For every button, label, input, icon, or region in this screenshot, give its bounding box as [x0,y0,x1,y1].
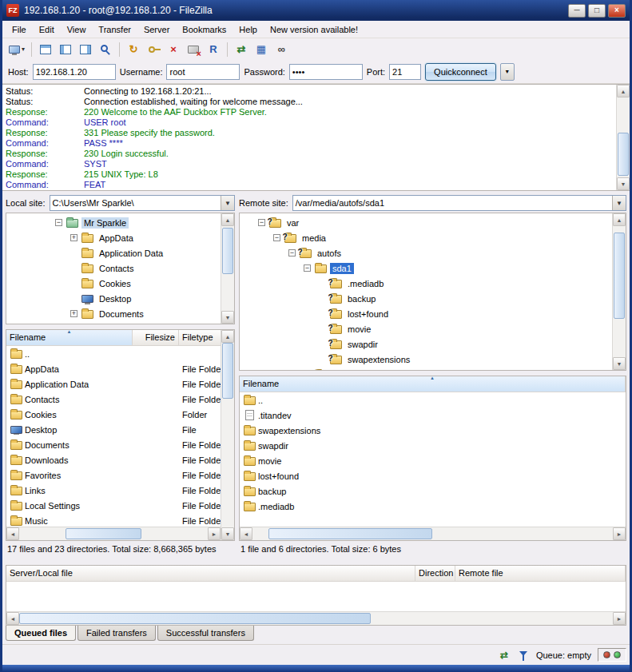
tree-item-swapextensions[interactable]: ?swapextensions [240,352,610,367]
vertical-scrollbar[interactable]: ▲▼ [612,213,626,370]
tree-item-cookies[interactable]: Cookies [6,276,218,291]
local-site-combo[interactable]: C:\Users\Mr Sparkle\ ▼ [50,195,235,211]
maximize-button[interactable]: □ [588,4,606,18]
tree-item-lost-found[interactable]: ?lost+found [240,306,610,321]
menu-item-bookmarks[interactable]: Bookmarks [176,22,233,37]
tree-item-desktop[interactable]: Desktop [6,291,218,306]
menu-item-edit[interactable]: Edit [33,22,61,37]
file-row-movie[interactable]: movie [240,453,626,468]
tree-item-autofs[interactable]: −?autofs [240,245,610,260]
toggle-message-log-button[interactable] [36,41,55,58]
close-button[interactable]: × [608,4,626,18]
scroll-up-button[interactable]: ▲ [221,213,234,226]
menu-item-new-version-available[interactable]: New version available! [264,22,364,37]
menu-item-transfer[interactable]: Transfer [92,22,137,37]
scrollbar-thumb[interactable] [618,133,629,176]
column-header-server-local-file[interactable]: Server/Local file [6,566,415,581]
scroll-down-button[interactable]: ▼ [221,311,234,324]
file-row-documents[interactable]: DocumentsFile Folder [6,437,234,452]
tree-item-mediadb[interactable]: ?.mediadb [240,276,610,291]
collapse-icon[interactable]: − [55,219,62,226]
collapse-icon[interactable]: − [304,264,311,272]
scroll-left-button[interactable]: ◄ [6,612,19,625]
remote-site-dropdown-icon[interactable]: ▼ [612,196,626,210]
expand-icon[interactable]: + [70,234,78,241]
cancel-button[interactable]: × [164,41,183,58]
file-row-downloads[interactable]: DownloadsFile Folder [6,452,234,467]
tree-item-application-data[interactable]: Application Data [6,245,218,260]
scroll-right-button[interactable]: ► [613,527,626,540]
column-header-filename[interactable]: Filename▲ [6,330,133,345]
scrollbar-thumb[interactable] [66,528,141,539]
file-row-backup[interactable]: backup [240,483,626,499]
column-header-direction[interactable]: Direction [415,566,455,581]
tab-queued-files[interactable]: Queued files [6,626,76,641]
file-row-application-data[interactable]: Application DataFile Folder [6,376,234,392]
scrollbar-thumb[interactable] [19,613,371,624]
scroll-down-button[interactable]: ▼ [613,357,626,370]
collapse-icon[interactable]: − [288,249,296,256]
scroll-left-button[interactable]: ◄ [6,527,19,540]
scrollbar-track[interactable] [19,612,613,625]
expand-icon[interactable]: + [70,310,78,317]
tree-item-movie[interactable]: ?movie [240,321,610,336]
scrollbar-track[interactable] [252,527,613,540]
scrollbar-track[interactable] [19,527,208,540]
quickconnect-button[interactable]: Quickconnect [425,63,496,81]
tree-item-var[interactable]: −?var [240,215,610,230]
speed-limits-icon[interactable]: ⇄ [498,650,511,661]
file-row-item[interactable]: .. [240,392,626,408]
toggle-local-tree-button[interactable] [56,41,75,58]
tree-item-sda1[interactable]: −sda1 [240,260,610,276]
scrollbar-thumb[interactable] [222,228,233,274]
menu-item-server[interactable]: Server [137,22,176,37]
column-header-remote-file[interactable]: Remote file [455,566,626,581]
quickconnect-dropdown-button[interactable]: ▾ [500,63,515,81]
scroll-up-button[interactable]: ▲ [613,213,626,226]
port-input[interactable] [389,64,421,80]
host-input[interactable] [33,64,116,80]
file-row-cookies[interactable]: CookiesFolder [6,407,234,422]
file-row-favorites[interactable]: FavoritesFile Folder [6,467,234,483]
tree-item-mr-sparkle[interactable]: −Mr Sparkle [6,215,218,230]
file-row-swapdir[interactable]: swapdir [240,438,626,453]
file-row-lost-found[interactable]: lost+found [240,468,626,483]
toggle-remote-tree-button[interactable] [76,41,95,58]
toggle-queue-button[interactable] [96,41,115,58]
reconnect-button[interactable]: R [204,41,223,58]
collapse-icon[interactable]: − [258,219,265,226]
remote-site-combo[interactable]: /var/media/autofs/sda1 ▼ [292,195,626,211]
column-header-filename[interactable]: Filename▲ [240,376,626,392]
collapse-icon[interactable]: − [273,234,280,241]
tab-failed-transfers[interactable]: Failed transfers [78,626,156,641]
scroll-right-button[interactable]: ► [613,612,626,625]
file-row-swapextensions[interactable]: swapextensions [240,423,626,438]
scroll-down-button[interactable]: ▼ [221,527,234,540]
file-row-item[interactable]: .. [6,346,234,361]
scrollbar-track[interactable] [221,343,234,527]
tree-item-contacts[interactable]: Contacts [6,260,218,276]
scrollbar-track[interactable] [617,97,630,177]
horizontal-scrollbar[interactable]: ◄► [240,527,626,540]
tree-item-documents[interactable]: +Documents [6,306,218,321]
file-row-mediadb[interactable]: .mediadb [240,499,626,514]
filter-icon[interactable] [517,650,530,661]
file-row-local-settings[interactable]: Local SettingsFile Folder [6,498,234,513]
menu-item-view[interactable]: View [61,22,93,37]
tree-item-backup[interactable]: ?backup [240,291,610,306]
scrollbar-track[interactable] [613,226,626,357]
scroll-down-button[interactable]: ▼ [617,177,630,190]
tree-item-downloads[interactable]: +Downloads [6,321,218,324]
tree-item-appdata[interactable]: +AppData [6,230,218,245]
process-queue-button[interactable] [144,41,163,58]
file-row-titandev[interactable]: .titandev [240,408,626,423]
directory-comparison-button[interactable]: ▦ [252,41,271,58]
file-row-desktop[interactable]: DesktopFile [6,422,234,437]
local-site-dropdown-icon[interactable]: ▼ [221,196,234,210]
horizontal-scrollbar[interactable]: ◄► [6,611,626,625]
titlebar[interactable]: FZ 192.168.1.20 - root@192.168.1.20 - Fi… [2,0,630,21]
tree-item-media[interactable]: −?media [240,230,610,245]
scrollbar-track[interactable] [221,226,234,311]
scrollbar-thumb[interactable] [268,528,432,539]
tree-item-swapdir[interactable]: ?swapdir [240,336,610,352]
